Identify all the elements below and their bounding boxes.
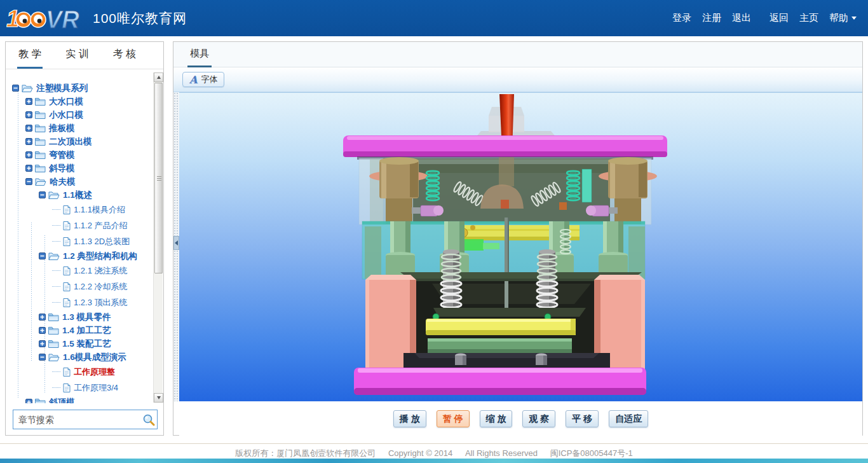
- pan-button[interactable]: 平 移: [566, 410, 599, 427]
- file-icon: [63, 282, 71, 291]
- scroll-down-button[interactable]: [154, 393, 163, 403]
- tree-folder[interactable]: 斜顶模: [6, 396, 153, 403]
- folder-icon: [35, 137, 46, 146]
- tree-folder[interactable]: 1.1概述: [6, 188, 153, 202]
- tree-folder[interactable]: 1.4 加工工艺: [6, 324, 153, 337]
- collapse-icon[interactable]: [39, 252, 46, 259]
- ejector-plate-green: [428, 338, 572, 353]
- expand-icon[interactable]: [25, 98, 32, 105]
- viewer-3d-canvas[interactable]: [179, 92, 862, 401]
- file-icon: [63, 266, 71, 275]
- tree-item-label: 大水口模: [49, 96, 83, 107]
- nav-logout[interactable]: 退出: [732, 12, 751, 24]
- expand-icon[interactable]: [25, 111, 32, 118]
- folder-icon: [48, 340, 59, 349]
- tree-connector: [52, 241, 60, 242]
- collapse-icon[interactable]: [25, 178, 32, 185]
- nav-login[interactable]: 登录: [672, 12, 691, 24]
- panel-splitter[interactable]: [173, 92, 179, 401]
- tree-folder[interactable]: 1.6模具成型演示: [6, 350, 153, 364]
- tree-folder[interactable]: 哈夫模: [6, 175, 153, 188]
- tree-folder[interactable]: 1.5 装配工艺: [6, 337, 153, 350]
- copyright-cn: 版权所有：厦门凤凰创壹软件有限公司: [235, 448, 376, 458]
- sidebar-scrollbar[interactable]: [153, 73, 163, 403]
- expand-icon[interactable]: [25, 399, 32, 403]
- tree-item-label: 1.4 加工工艺: [62, 325, 111, 336]
- tree-item-label: 1.2.1 浇注系统: [74, 265, 128, 277]
- folder-icon: [35, 151, 46, 160]
- tree-item-label: 1.1.2 产品介绍: [74, 220, 128, 232]
- tree-item-label: 工作原理整: [74, 366, 115, 378]
- file-icon: [63, 298, 71, 307]
- tree-item[interactable]: 1.1.1模具介绍: [6, 202, 153, 218]
- playback-controls: 播 放暂 停缩 放观 察平 移自适应: [179, 401, 862, 436]
- font-button[interactable]: A 字体: [182, 72, 224, 87]
- tree-item-label: 1.2.3 顶出系统: [74, 297, 128, 308]
- tree-folder[interactable]: 二次顶出模: [6, 135, 153, 148]
- scrollbar-thumb[interactable]: [154, 83, 163, 273]
- collapse-sidebar-handle[interactable]: [173, 236, 179, 250]
- collapse-icon[interactable]: [12, 85, 19, 92]
- green-insert: [465, 239, 484, 251]
- tree-folder[interactable]: 推板模: [6, 121, 153, 135]
- wedge-block: [559, 202, 567, 210]
- nav-home[interactable]: 主页: [799, 12, 818, 24]
- tree-folder[interactable]: 斜导模: [6, 162, 153, 175]
- tab-training[interactable]: 实 训: [64, 42, 90, 69]
- tree-item[interactable]: 1.1.2 产品介绍: [6, 218, 153, 233]
- sidebar-panel: 教 学实 训考 核 注塑模具系列大水口模小水口模推板模二次顶出模弯管模斜导模哈夫…: [5, 41, 164, 436]
- tree-item[interactable]: 1.2.3 顶出系统: [6, 294, 153, 310]
- tree-folder[interactable]: 注塑模具系列: [6, 81, 153, 95]
- folder-icon: [35, 164, 46, 173]
- tree-item-label: 二次顶出模: [49, 136, 92, 148]
- autofit-button[interactable]: 自适应: [609, 410, 648, 427]
- scroll-up-button[interactable]: [154, 73, 163, 82]
- observe-button[interactable]: 观 察: [522, 410, 555, 427]
- zoom-button[interactable]: 缩 放: [480, 410, 513, 427]
- expand-icon[interactable]: [25, 151, 32, 158]
- site-title: 100唯尔教育网: [93, 10, 187, 27]
- expand-icon[interactable]: [25, 138, 32, 145]
- nav-help[interactable]: 帮助: [829, 12, 857, 24]
- search-input[interactable]: [13, 410, 140, 429]
- folder-icon: [35, 111, 46, 120]
- main-panel: 模具 A 字体: [173, 41, 863, 436]
- file-icon: [63, 221, 71, 230]
- file-icon: [63, 384, 71, 392]
- tree-folder[interactable]: 大水口模: [6, 95, 153, 108]
- tree-item-label: 小水口模: [49, 109, 83, 121]
- footer: 版权所有：厦门凤凰创壹软件有限公司 Copyright © 2014 All R…: [0, 443, 868, 463]
- play-button[interactable]: 播 放: [393, 410, 426, 427]
- search-icon: [142, 413, 155, 426]
- expand-icon[interactable]: [39, 340, 46, 347]
- site-logo[interactable]: 1 VR: [6, 4, 86, 33]
- tree-folder[interactable]: 1.2 典型结构和机构: [6, 249, 153, 263]
- nav-register[interactable]: 注册: [702, 12, 721, 24]
- expand-icon[interactable]: [39, 314, 46, 321]
- collapse-icon[interactable]: [39, 354, 46, 361]
- folder-open-icon: [22, 84, 33, 93]
- pause-button[interactable]: 暂 停: [437, 410, 470, 427]
- search-button[interactable]: [140, 411, 157, 428]
- tree-folder[interactable]: 1.3 模具零件: [6, 310, 153, 324]
- tree-folder[interactable]: 小水口模: [6, 108, 153, 121]
- collapse-icon[interactable]: [39, 191, 46, 198]
- rights-reserved: All Rights Reserved: [465, 448, 538, 458]
- nav-back[interactable]: 返回: [770, 12, 789, 24]
- tree-folder[interactable]: 弯管模: [6, 148, 153, 162]
- tree-item[interactable]: 工作原理整: [6, 364, 153, 380]
- content-tabbar: 模具: [173, 42, 862, 67]
- expand-icon[interactable]: [39, 327, 46, 334]
- expand-icon[interactable]: [25, 165, 32, 172]
- tree-item-label: 斜导模: [49, 163, 75, 174]
- triangle-up-icon: [157, 76, 161, 79]
- expand-icon[interactable]: [25, 125, 32, 132]
- header: 1 VR 100唯尔教育网 登录注册退出返回主页帮助: [0, 0, 868, 36]
- tab-assess[interactable]: 考 核: [112, 42, 137, 69]
- tree-item[interactable]: 1.2.1 浇注系统: [6, 263, 153, 279]
- tab-mold[interactable]: 模具: [187, 42, 212, 67]
- tree-item[interactable]: 工作原理3/4: [6, 380, 153, 396]
- tab-teaching[interactable]: 教 学: [17, 42, 43, 69]
- tree-item[interactable]: 1.1.3 2D总装图: [6, 233, 153, 249]
- tree-item[interactable]: 1.2.2 冷却系统: [6, 279, 153, 294]
